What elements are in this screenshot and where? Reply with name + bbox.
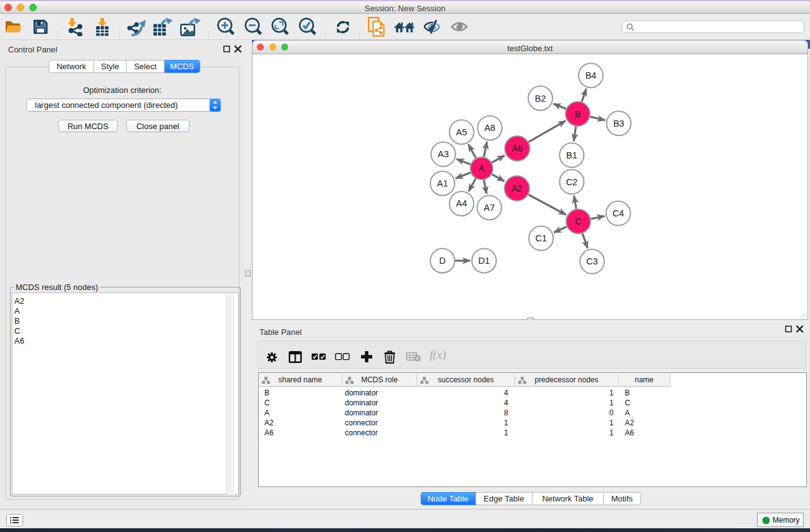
svg-text:A2: A2 <box>511 183 523 193</box>
svg-text:B4: B4 <box>586 70 597 80</box>
svg-text:D: D <box>439 256 445 266</box>
svg-text:A3: A3 <box>438 149 449 159</box>
svg-text:A4: A4 <box>456 198 467 208</box>
svg-text:B3: B3 <box>613 118 624 128</box>
svg-text:B1: B1 <box>566 150 577 160</box>
svg-text:A7: A7 <box>484 203 495 213</box>
svg-text:C1: C1 <box>535 233 547 243</box>
svg-text:A: A <box>478 163 485 173</box>
svg-text:A6: A6 <box>512 143 523 153</box>
svg-text:B2: B2 <box>535 94 546 104</box>
svg-text:C2: C2 <box>566 177 578 187</box>
svg-text:A1: A1 <box>437 178 448 188</box>
svg-text:C: C <box>575 216 581 226</box>
svg-text:A8: A8 <box>485 123 496 133</box>
svg-text:B: B <box>575 109 581 119</box>
svg-text:C3: C3 <box>586 256 598 266</box>
svg-text:A5: A5 <box>456 127 467 137</box>
svg-text:C4: C4 <box>612 208 624 218</box>
svg-text:D1: D1 <box>478 256 490 266</box>
